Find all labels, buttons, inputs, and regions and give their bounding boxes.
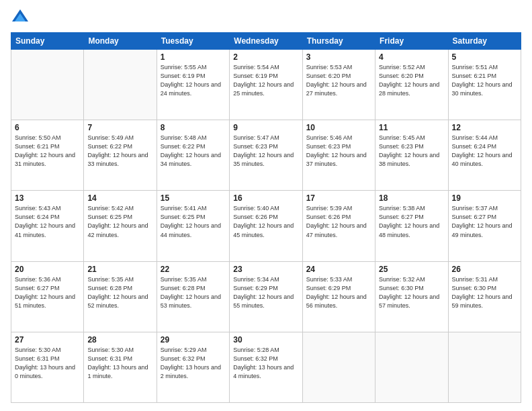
day-number: 5 [452,52,517,62]
day-info: Sunrise: 5:34 AMSunset: 6:29 PMDaylight:… [233,275,298,310]
day-number: 7 [87,123,152,132]
day-number: 16 [233,193,298,203]
calendar-cell: 6Sunrise: 5:50 AMSunset: 6:21 PMDaylight… [11,120,84,191]
calendar-cell: 8Sunrise: 5:48 AMSunset: 6:22 PMDaylight… [157,120,229,191]
day-info: Sunrise: 5:38 AMSunset: 6:27 PMDaylight:… [379,204,444,239]
day-number: 29 [161,335,226,345]
calendar-cell: 19Sunrise: 5:37 AMSunset: 6:27 PMDayligh… [448,191,521,261]
week-row-1: 1Sunrise: 5:55 AMSunset: 6:19 PMDaylight… [11,50,521,120]
calendar-cell: 17Sunrise: 5:39 AMSunset: 6:26 PMDayligh… [302,191,375,261]
day-info: Sunrise: 5:28 AMSunset: 6:32 PMDaylight:… [233,346,298,381]
calendar-cell [448,332,521,402]
day-number: 3 [306,52,371,62]
day-number: 23 [233,265,298,274]
day-info: Sunrise: 5:31 AMSunset: 6:30 PMDaylight:… [452,275,517,310]
calendar-cell: 5Sunrise: 5:51 AMSunset: 6:21 PMDaylight… [448,50,521,120]
day-number: 27 [15,335,80,345]
day-number: 6 [15,123,80,132]
day-info: Sunrise: 5:35 AMSunset: 6:28 PMDaylight:… [161,275,226,310]
calendar-header-tuesday: Tuesday [157,33,229,50]
day-number: 8 [161,123,226,132]
day-number: 12 [452,123,517,132]
day-number: 15 [161,193,226,203]
calendar-cell: 27Sunrise: 5:30 AMSunset: 6:31 PMDayligh… [11,332,84,402]
calendar-cell: 1Sunrise: 5:55 AMSunset: 6:19 PMDaylight… [157,50,229,120]
calendar-cell: 24Sunrise: 5:33 AMSunset: 6:29 PMDayligh… [302,261,375,332]
calendar-header-sunday: Sunday [11,33,84,50]
calendar-cell: 26Sunrise: 5:31 AMSunset: 6:30 PMDayligh… [448,261,521,332]
calendar-cell: 3Sunrise: 5:53 AMSunset: 6:20 PMDaylight… [302,50,375,120]
calendar-cell: 12Sunrise: 5:44 AMSunset: 6:24 PMDayligh… [448,120,521,191]
week-row-4: 20Sunrise: 5:36 AMSunset: 6:27 PMDayligh… [11,261,521,332]
calendar-cell: 30Sunrise: 5:28 AMSunset: 6:32 PMDayligh… [230,332,302,402]
day-number: 18 [379,193,444,203]
calendar-cell: 14Sunrise: 5:42 AMSunset: 6:25 PMDayligh… [84,191,157,261]
day-info: Sunrise: 5:40 AMSunset: 6:26 PMDaylight:… [233,204,298,239]
header [11,8,521,27]
day-number: 2 [233,52,298,62]
calendar-cell: 18Sunrise: 5:38 AMSunset: 6:27 PMDayligh… [375,191,448,261]
day-info: Sunrise: 5:39 AMSunset: 6:26 PMDaylight:… [306,204,371,239]
calendar-cell: 16Sunrise: 5:40 AMSunset: 6:26 PMDayligh… [230,191,302,261]
day-number: 26 [452,265,517,274]
day-info: Sunrise: 5:37 AMSunset: 6:27 PMDaylight:… [452,204,517,239]
calendar-cell: 15Sunrise: 5:41 AMSunset: 6:25 PMDayligh… [157,191,229,261]
day-info: Sunrise: 5:45 AMSunset: 6:23 PMDaylight:… [379,134,444,169]
day-number: 17 [306,193,371,203]
calendar-cell [375,332,448,402]
calendar-cell: 23Sunrise: 5:34 AMSunset: 6:29 PMDayligh… [230,261,302,332]
day-info: Sunrise: 5:50 AMSunset: 6:21 PMDaylight:… [15,134,80,169]
day-number: 11 [379,123,444,132]
calendar-cell: 13Sunrise: 5:43 AMSunset: 6:24 PMDayligh… [11,191,84,261]
week-row-3: 13Sunrise: 5:43 AMSunset: 6:24 PMDayligh… [11,191,521,261]
day-number: 4 [379,52,444,62]
day-info: Sunrise: 5:55 AMSunset: 6:19 PMDaylight:… [161,63,226,98]
calendar-cell [11,50,84,120]
day-info: Sunrise: 5:51 AMSunset: 6:21 PMDaylight:… [452,63,517,98]
calendar-cell [302,332,375,402]
calendar-cell: 22Sunrise: 5:35 AMSunset: 6:28 PMDayligh… [157,261,229,332]
day-number: 1 [161,52,226,62]
week-row-5: 27Sunrise: 5:30 AMSunset: 6:31 PMDayligh… [11,332,521,402]
calendar-cell: 29Sunrise: 5:29 AMSunset: 6:32 PMDayligh… [157,332,229,402]
logo-icon [11,8,30,27]
day-info: Sunrise: 5:54 AMSunset: 6:19 PMDaylight:… [233,63,298,98]
week-row-2: 6Sunrise: 5:50 AMSunset: 6:21 PMDaylight… [11,120,521,191]
day-info: Sunrise: 5:32 AMSunset: 6:30 PMDaylight:… [379,275,444,310]
day-info: Sunrise: 5:43 AMSunset: 6:24 PMDaylight:… [15,204,80,239]
calendar-cell: 21Sunrise: 5:35 AMSunset: 6:28 PMDayligh… [84,261,157,332]
calendar-cell: 11Sunrise: 5:45 AMSunset: 6:23 PMDayligh… [375,120,448,191]
calendar-table: SundayMondayTuesdayWednesdayThursdayFrid… [11,32,521,403]
calendar-cell: 4Sunrise: 5:52 AMSunset: 6:20 PMDaylight… [375,50,448,120]
day-number: 25 [379,265,444,274]
day-number: 30 [233,335,298,345]
day-number: 20 [15,265,80,274]
day-info: Sunrise: 5:49 AMSunset: 6:22 PMDaylight:… [87,134,152,169]
calendar-header-monday: Monday [84,33,157,50]
day-info: Sunrise: 5:44 AMSunset: 6:24 PMDaylight:… [452,134,517,169]
calendar-cell: 7Sunrise: 5:49 AMSunset: 6:22 PMDaylight… [84,120,157,191]
day-number: 28 [87,335,152,345]
day-info: Sunrise: 5:35 AMSunset: 6:28 PMDaylight:… [87,275,152,310]
calendar-cell [84,50,157,120]
calendar-cell: 10Sunrise: 5:46 AMSunset: 6:23 PMDayligh… [302,120,375,191]
day-info: Sunrise: 5:46 AMSunset: 6:23 PMDaylight:… [306,134,371,169]
day-number: 21 [87,265,152,274]
calendar-header-wednesday: Wednesday [230,33,302,50]
logo [11,8,32,27]
day-number: 13 [15,193,80,203]
calendar-cell: 9Sunrise: 5:47 AMSunset: 6:23 PMDaylight… [230,120,302,191]
day-number: 24 [306,265,371,274]
calendar-header-row: SundayMondayTuesdayWednesdayThursdayFrid… [11,33,521,50]
day-info: Sunrise: 5:48 AMSunset: 6:22 PMDaylight:… [161,134,226,169]
day-info: Sunrise: 5:30 AMSunset: 6:31 PMDaylight:… [15,346,80,381]
day-info: Sunrise: 5:53 AMSunset: 6:20 PMDaylight:… [306,63,371,98]
page: SundayMondayTuesdayWednesdayThursdayFrid… [0,0,532,411]
calendar-header-friday: Friday [375,33,448,50]
day-number: 9 [233,123,298,132]
day-info: Sunrise: 5:47 AMSunset: 6:23 PMDaylight:… [233,134,298,169]
day-info: Sunrise: 5:52 AMSunset: 6:20 PMDaylight:… [379,63,444,98]
day-info: Sunrise: 5:29 AMSunset: 6:32 PMDaylight:… [161,346,226,381]
day-info: Sunrise: 5:30 AMSunset: 6:31 PMDaylight:… [87,346,152,381]
day-number: 22 [161,265,226,274]
